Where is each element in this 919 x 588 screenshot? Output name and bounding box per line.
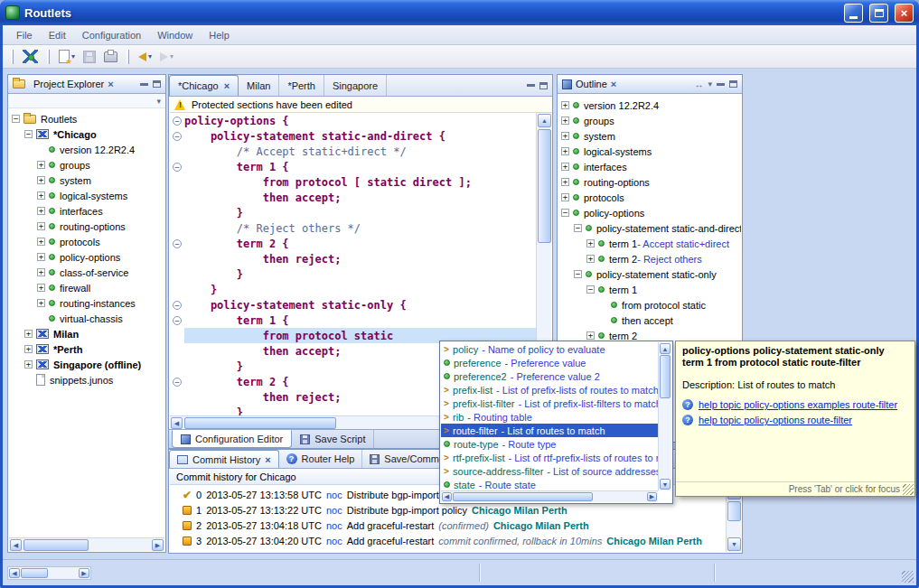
tree-item-interfaces[interactable]: +interfaces: [9, 203, 164, 219]
tree-item-then-accept[interactable]: then accept: [558, 313, 741, 328]
view-menu-icon[interactable]: ▾: [708, 79, 712, 89]
maximize-editor-icon[interactable]: [539, 82, 548, 89]
scroll-down-icon[interactable]: ▼: [660, 479, 670, 490]
tree-item-class-of-service[interactable]: +class-of-service: [9, 265, 164, 280]
tree-item-logical-systems[interactable]: +logical-systems: [558, 144, 741, 159]
code-line[interactable]: −policy-options {: [170, 113, 536, 128]
project-explorer-hscrollbar[interactable]: ◀ ▶: [9, 537, 164, 551]
expander-plus-icon[interactable]: +: [37, 238, 45, 246]
code-line[interactable]: − term 2 {: [170, 236, 536, 251]
autocomplete-item-prefix-list-filter[interactable]: >prefix-list-filter - List of prefix-lis…: [441, 397, 658, 410]
autocomplete-item-prefix-list[interactable]: >prefix-list - List of prefix-lists of r…: [441, 383, 658, 397]
expander-plus-icon[interactable]: +: [561, 132, 569, 140]
tree-item-protocols[interactable]: +protocols: [558, 190, 741, 205]
menu-help[interactable]: Help: [201, 25, 238, 45]
autocomplete-item-source-address-filter[interactable]: >source-address-filter - List of source …: [441, 464, 658, 478]
expander-minus-icon[interactable]: −: [24, 130, 33, 138]
menu-edit[interactable]: Edit: [41, 25, 74, 45]
tab-commit-history[interactable]: Commit History×: [169, 450, 279, 468]
dropdown-arrow-icon[interactable]: ▾: [148, 52, 152, 61]
expander-plus-icon[interactable]: +: [37, 299, 45, 307]
minimize-button[interactable]: [844, 4, 863, 23]
expander-plus-icon[interactable]: +: [24, 330, 33, 338]
scroll-left-icon[interactable]: ◀: [171, 417, 183, 429]
commit-row[interactable]: 32013-05-27 13:04:20 UTCnocAdd graceful-…: [170, 533, 726, 548]
tree-item-term-2[interactable]: +term 2 - Reject others: [558, 251, 741, 266]
scroll-up-icon[interactable]: ▲: [660, 343, 670, 354]
autocomplete-item-rib[interactable]: >rib - Routing table: [441, 410, 658, 424]
tree-item-milan[interactable]: +Milan: [9, 326, 164, 341]
expander-plus-icon[interactable]: +: [37, 191, 45, 200]
help-link[interactable]: help topic policy-options route-filter: [699, 415, 852, 425]
fold-collapse-icon[interactable]: −: [173, 132, 182, 141]
maximize-view-icon[interactable]: [153, 80, 161, 88]
minimize-editor-icon[interactable]: [527, 84, 535, 87]
scroll-thumb[interactable]: [23, 539, 89, 551]
expander-plus-icon[interactable]: +: [561, 101, 569, 109]
scroll-thumb[interactable]: [453, 492, 593, 501]
link-with-editor-icon[interactable]: ↔: [694, 79, 703, 89]
code-line[interactable]: }: [170, 205, 536, 220]
close-tab-icon[interactable]: ×: [265, 454, 270, 465]
window-resize-grip[interactable]: [902, 571, 914, 583]
expander-plus-icon[interactable]: +: [561, 178, 569, 186]
expander-plus-icon[interactable]: +: [586, 255, 595, 263]
tree-item-policy-statement-static-only[interactable]: −policy-statement static-only: [558, 266, 741, 282]
new-wizard-button[interactable]: ▾: [56, 47, 78, 67]
view-menu-icon[interactable]: ▾: [156, 97, 161, 106]
autocomplete-item-preference2[interactable]: preference2 - Preference value 2: [441, 369, 658, 383]
scroll-up-icon[interactable]: ▲: [538, 114, 551, 127]
fastview-scrollbar[interactable]: ◀ ▶: [7, 566, 91, 580]
fold-collapse-icon[interactable]: −: [173, 316, 182, 325]
tree-item-routing-options[interactable]: +routing-options: [9, 219, 164, 234]
scroll-right-icon[interactable]: ▶: [152, 539, 164, 551]
expander-minus-icon[interactable]: −: [586, 285, 595, 294]
menu-configuration[interactable]: Configuration: [74, 25, 149, 45]
autocomplete-item-state[interactable]: state - Route state: [441, 478, 658, 490]
menu-file[interactable]: File: [8, 25, 41, 45]
minimize-view-icon[interactable]: [140, 83, 148, 86]
tree-item-routlets[interactable]: −Routlets: [9, 111, 164, 126]
fold-collapse-icon[interactable]: −: [173, 301, 182, 310]
tree-item-logical-systems[interactable]: +logical-systems: [9, 188, 164, 203]
maximize-view-icon[interactable]: [729, 80, 737, 88]
code-line[interactable]: then accept;: [170, 190, 536, 205]
autocomplete-item-rtf-prefix-list[interactable]: >rtf-prefix-list - List of rtf-prefix-li…: [441, 451, 658, 464]
menu-window[interactable]: Window: [149, 25, 201, 45]
tree-item-system[interactable]: +system: [558, 128, 741, 144]
tree-item-system[interactable]: +system: [9, 173, 164, 188]
tab-router-help[interactable]: ?Router Help: [279, 450, 363, 468]
expander-plus-icon[interactable]: +: [24, 360, 33, 369]
print-button[interactable]: [101, 47, 120, 67]
code-line[interactable]: − policy-statement static-and-direct {: [170, 128, 536, 144]
code-line[interactable]: − term 1 {: [170, 159, 536, 174]
expander-plus-icon[interactable]: +: [561, 163, 569, 171]
help-link[interactable]: help topic policy-options examples route…: [699, 399, 897, 410]
expander-plus-icon[interactable]: +: [586, 239, 595, 247]
tree-item-policy-statement-static-and-direct[interactable]: −policy-statement static-and-direct: [558, 220, 741, 236]
expander-plus-icon[interactable]: +: [37, 222, 45, 230]
expander-plus-icon[interactable]: +: [586, 331, 595, 340]
scroll-thumb[interactable]: [538, 129, 551, 243]
editor-tab-chicago[interactable]: *Chicago×: [169, 75, 239, 96]
tree-item-policy-options[interactable]: −policy-options: [558, 205, 741, 220]
expander-plus-icon[interactable]: +: [37, 268, 45, 276]
tree-item-firewall[interactable]: +firewall: [9, 280, 164, 295]
tree-item-version-12-2r2-4[interactable]: +version 12.2R2.4: [558, 98, 741, 113]
tree-item-term-1[interactable]: +term 1 - Accept static+direct: [558, 236, 741, 251]
expander-plus-icon[interactable]: +: [37, 207, 45, 215]
editor-tab-singapore[interactable]: Singapore: [324, 75, 387, 96]
editor-tab-milan[interactable]: Milan: [239, 75, 279, 96]
code-line[interactable]: − policy-statement static-only {: [170, 297, 536, 313]
fold-collapse-icon[interactable]: −: [173, 117, 182, 126]
tree-item-perth[interactable]: +*Perth: [9, 341, 164, 357]
autocomplete-item-preference[interactable]: preference - Preference value: [441, 356, 658, 369]
code-line[interactable]: then reject;: [170, 251, 536, 266]
fold-collapse-icon[interactable]: −: [173, 163, 182, 172]
fold-collapse-icon[interactable]: −: [173, 378, 182, 387]
tree-item-singapore-offline[interactable]: +Singapore (offline): [9, 357, 164, 372]
tooltip-resize-grip[interactable]: [903, 484, 914, 495]
expander-plus-icon[interactable]: +: [561, 147, 569, 155]
maximize-button[interactable]: [869, 4, 888, 23]
scroll-thumb[interactable]: [660, 355, 670, 398]
